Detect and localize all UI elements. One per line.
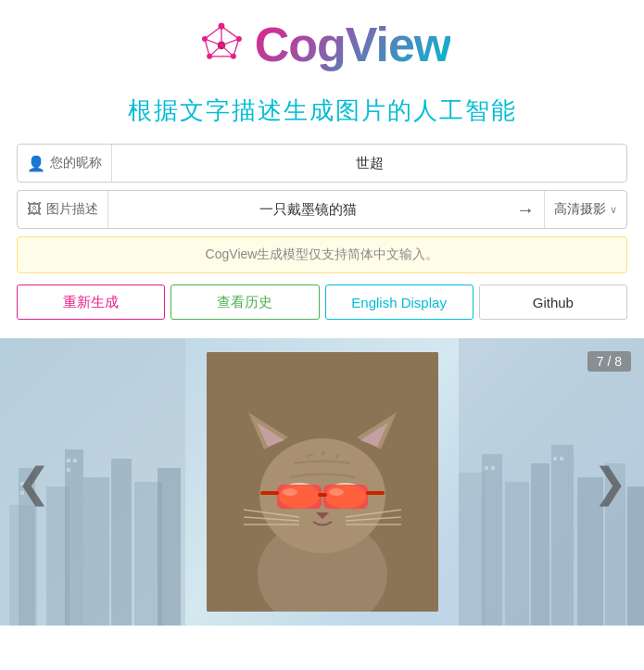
svg-rect-40 <box>485 466 488 470</box>
svg-point-54 <box>279 486 320 508</box>
image-label-icon: 🖼 <box>27 201 42 218</box>
svg-point-61 <box>329 488 344 496</box>
nickname-row: 👤 您的昵称 <box>17 144 627 183</box>
svg-rect-35 <box>531 463 549 626</box>
svg-point-60 <box>283 488 297 496</box>
nickname-label: 👤 您的昵称 <box>18 145 112 182</box>
svg-line-8 <box>205 39 209 57</box>
svg-rect-34 <box>505 482 529 626</box>
svg-rect-59 <box>366 491 385 495</box>
regen-button[interactable]: 重新生成 <box>17 284 165 320</box>
form-area: 👤 您的昵称 🖼 图片描述 → 高清摄影 ∨ <box>0 144 644 229</box>
svg-line-15 <box>221 45 234 57</box>
quality-dropdown[interactable]: 高清摄影 ∨ <box>544 191 626 228</box>
notice-text: CogView生成模型仅支持简体中文输入。 <box>206 247 439 261</box>
description-row: 🖼 图片描述 → 高清摄影 ∨ <box>17 190 627 229</box>
svg-line-14 <box>209 45 221 57</box>
submit-arrow-button[interactable]: → <box>507 191 544 228</box>
svg-rect-24 <box>158 468 181 626</box>
svg-rect-43 <box>560 457 563 461</box>
header: CogView <box>0 0 644 82</box>
gallery-next-button[interactable]: ❯ <box>586 459 635 506</box>
cat-illustration <box>207 352 438 612</box>
svg-line-13 <box>221 39 239 45</box>
svg-rect-39 <box>627 487 644 626</box>
svg-point-56 <box>325 486 366 508</box>
gallery-prev-button[interactable]: ❮ <box>9 459 58 506</box>
svg-rect-33 <box>482 454 502 626</box>
english-display-button[interactable]: English Display <box>325 284 474 320</box>
description-input[interactable] <box>108 202 507 218</box>
svg-line-7 <box>221 26 239 39</box>
logo-text: CogView <box>255 17 451 72</box>
svg-rect-20 <box>65 449 83 626</box>
person-icon: 👤 <box>27 155 45 172</box>
notice-bar: CogView生成模型仅支持简体中文输入。 <box>17 236 627 273</box>
logo-icon <box>194 17 249 72</box>
buttons-row: 重新生成 查看历史 English Display Github <box>0 284 644 320</box>
svg-rect-36 <box>551 445 574 626</box>
svg-rect-22 <box>111 459 132 626</box>
svg-rect-42 <box>553 457 557 461</box>
gallery-main-image <box>207 352 438 612</box>
nickname-input[interactable] <box>112 156 626 171</box>
svg-rect-30 <box>67 468 70 472</box>
svg-rect-41 <box>491 466 495 470</box>
logo-container: CogView <box>0 17 644 72</box>
github-button[interactable]: Github <box>479 284 627 320</box>
svg-line-12 <box>205 39 221 45</box>
svg-rect-57 <box>318 493 327 497</box>
gallery-container: 7 / 8 ❮ ❯ <box>0 338 644 626</box>
history-button[interactable]: 查看历史 <box>170 284 319 320</box>
chevron-down-icon: ∨ <box>610 204 617 216</box>
svg-line-9 <box>234 39 239 57</box>
svg-rect-21 <box>83 477 109 626</box>
description-label: 🖼 图片描述 <box>18 191 108 228</box>
page-indicator: 7 / 8 <box>587 351 631 372</box>
subtitle: 根据文字描述生成图片的人工智能 <box>0 82 644 144</box>
svg-rect-58 <box>260 491 279 495</box>
svg-line-6 <box>205 26 221 39</box>
svg-rect-28 <box>67 459 70 462</box>
svg-rect-32 <box>459 473 485 626</box>
svg-rect-29 <box>73 459 77 462</box>
quality-label: 高清摄影 <box>554 201 606 218</box>
